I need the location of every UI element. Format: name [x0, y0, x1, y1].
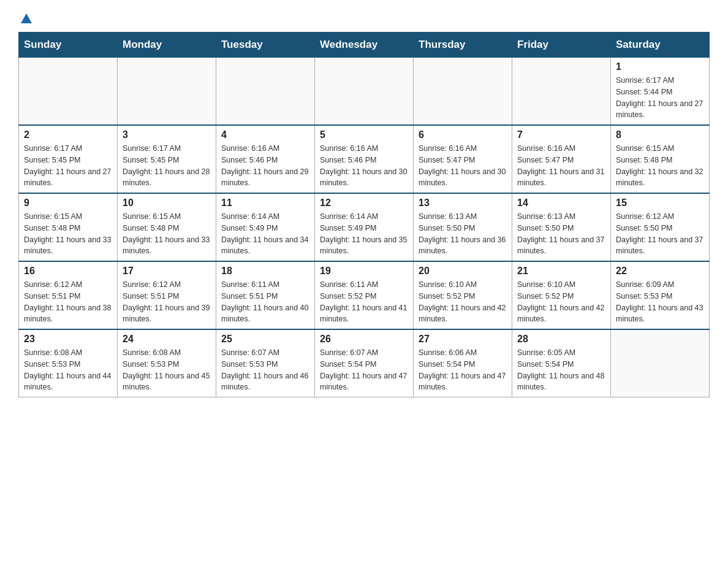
day-number: 18: [221, 266, 309, 277]
day-number: 4: [221, 129, 309, 140]
day-number: 9: [24, 197, 112, 209]
day-number: 6: [419, 129, 507, 140]
day-info: Sunrise: 6:07 AMSunset: 5:53 PMDaylight:…: [221, 347, 309, 393]
day-header-friday: Friday: [512, 33, 611, 58]
day-number: 28: [517, 334, 605, 345]
calendar-day: 8Sunrise: 6:15 AMSunset: 5:48 PMDaylight…: [611, 125, 710, 193]
day-info: Sunrise: 6:16 AMSunset: 5:46 PMDaylight:…: [320, 143, 408, 189]
calendar-day: [315, 58, 414, 126]
day-number: 17: [123, 266, 211, 277]
day-info: Sunrise: 6:08 AMSunset: 5:53 PMDaylight:…: [123, 347, 211, 393]
day-header-saturday: Saturday: [611, 33, 710, 58]
calendar-day: 17Sunrise: 6:12 AMSunset: 5:51 PMDayligh…: [118, 261, 216, 329]
calendar-day: [216, 58, 315, 126]
calendar-day: 26Sunrise: 6:07 AMSunset: 5:54 PMDayligh…: [315, 329, 414, 397]
day-header-thursday: Thursday: [414, 33, 512, 58]
day-info: Sunrise: 6:05 AMSunset: 5:54 PMDaylight:…: [517, 347, 605, 393]
calendar-day: 23Sunrise: 6:08 AMSunset: 5:53 PMDayligh…: [19, 329, 118, 397]
day-number: 2: [24, 129, 112, 140]
day-info: Sunrise: 6:16 AMSunset: 5:47 PMDaylight:…: [517, 143, 605, 189]
day-number: 21: [517, 266, 605, 277]
calendar-day: [611, 329, 710, 397]
day-number: 19: [320, 266, 408, 277]
day-info: Sunrise: 6:13 AMSunset: 5:50 PMDaylight:…: [517, 211, 605, 257]
day-number: 25: [221, 334, 309, 345]
calendar-day: 9Sunrise: 6:15 AMSunset: 5:48 PMDaylight…: [19, 193, 118, 261]
day-number: 14: [517, 197, 605, 209]
calendar-day: 7Sunrise: 6:16 AMSunset: 5:47 PMDaylight…: [512, 125, 611, 193]
day-info: Sunrise: 6:12 AMSunset: 5:50 PMDaylight:…: [616, 211, 704, 257]
week-row-2: 2Sunrise: 6:17 AMSunset: 5:45 PMDaylight…: [19, 125, 710, 193]
day-info: Sunrise: 6:12 AMSunset: 5:51 PMDaylight:…: [24, 279, 112, 325]
calendar-day: 10Sunrise: 6:15 AMSunset: 5:48 PMDayligh…: [118, 193, 216, 261]
calendar-day: 15Sunrise: 6:12 AMSunset: 5:50 PMDayligh…: [611, 193, 710, 261]
calendar-day: 12Sunrise: 6:14 AMSunset: 5:49 PMDayligh…: [315, 193, 414, 261]
day-info: Sunrise: 6:16 AMSunset: 5:46 PMDaylight:…: [221, 143, 309, 189]
calendar-day: [19, 58, 118, 126]
page-header: [18, 12, 710, 26]
day-number: 1: [616, 61, 704, 72]
calendar-day: 3Sunrise: 6:17 AMSunset: 5:45 PMDaylight…: [118, 125, 216, 193]
calendar-table: SundayMondayTuesdayWednesdayThursdayFrid…: [18, 32, 710, 397]
calendar-day: 5Sunrise: 6:16 AMSunset: 5:46 PMDaylight…: [315, 125, 414, 193]
day-info: Sunrise: 6:09 AMSunset: 5:53 PMDaylight:…: [616, 279, 704, 325]
calendar-day: 6Sunrise: 6:16 AMSunset: 5:47 PMDaylight…: [414, 125, 512, 193]
calendar-day: 21Sunrise: 6:10 AMSunset: 5:52 PMDayligh…: [512, 261, 611, 329]
day-info: Sunrise: 6:15 AMSunset: 5:48 PMDaylight:…: [616, 143, 704, 189]
day-number: 24: [123, 334, 211, 345]
day-number: 8: [616, 129, 704, 140]
day-number: 15: [616, 197, 704, 209]
calendar-day: 13Sunrise: 6:13 AMSunset: 5:50 PMDayligh…: [414, 193, 512, 261]
calendar-day: 19Sunrise: 6:11 AMSunset: 5:52 PMDayligh…: [315, 261, 414, 329]
day-headers-row: SundayMondayTuesdayWednesdayThursdayFrid…: [19, 33, 710, 58]
day-header-wednesday: Wednesday: [315, 33, 414, 58]
day-info: Sunrise: 6:17 AMSunset: 5:44 PMDaylight:…: [616, 75, 704, 121]
day-info: Sunrise: 6:06 AMSunset: 5:54 PMDaylight:…: [419, 347, 507, 393]
day-number: 26: [320, 334, 408, 345]
calendar-day: 27Sunrise: 6:06 AMSunset: 5:54 PMDayligh…: [414, 329, 512, 397]
day-number: 22: [616, 266, 704, 277]
day-number: 13: [419, 197, 507, 209]
calendar-day: 20Sunrise: 6:10 AMSunset: 5:52 PMDayligh…: [414, 261, 512, 329]
day-info: Sunrise: 6:13 AMSunset: 5:50 PMDaylight:…: [419, 211, 507, 257]
day-number: 7: [517, 129, 605, 140]
day-number: 12: [320, 197, 408, 209]
day-info: Sunrise: 6:11 AMSunset: 5:52 PMDaylight:…: [320, 279, 408, 325]
day-info: Sunrise: 6:16 AMSunset: 5:47 PMDaylight:…: [419, 143, 507, 189]
day-info: Sunrise: 6:07 AMSunset: 5:54 PMDaylight:…: [320, 347, 408, 393]
day-number: 27: [419, 334, 507, 345]
day-info: Sunrise: 6:08 AMSunset: 5:53 PMDaylight:…: [24, 347, 112, 393]
week-row-4: 16Sunrise: 6:12 AMSunset: 5:51 PMDayligh…: [19, 261, 710, 329]
day-info: Sunrise: 6:14 AMSunset: 5:49 PMDaylight:…: [221, 211, 309, 257]
calendar-day: 11Sunrise: 6:14 AMSunset: 5:49 PMDayligh…: [216, 193, 315, 261]
day-info: Sunrise: 6:17 AMSunset: 5:45 PMDaylight:…: [24, 143, 112, 189]
calendar-day: 24Sunrise: 6:08 AMSunset: 5:53 PMDayligh…: [118, 329, 216, 397]
week-row-3: 9Sunrise: 6:15 AMSunset: 5:48 PMDaylight…: [19, 193, 710, 261]
day-number: 20: [419, 266, 507, 277]
day-info: Sunrise: 6:15 AMSunset: 5:48 PMDaylight:…: [24, 211, 112, 257]
day-info: Sunrise: 6:12 AMSunset: 5:51 PMDaylight:…: [123, 279, 211, 325]
day-header-tuesday: Tuesday: [216, 33, 315, 58]
week-row-1: 1Sunrise: 6:17 AMSunset: 5:44 PMDaylight…: [19, 58, 710, 126]
day-header-monday: Monday: [118, 33, 216, 58]
day-number: 16: [24, 266, 112, 277]
svg-marker-0: [21, 13, 32, 23]
logo: [18, 12, 34, 26]
calendar-day: [512, 58, 611, 126]
calendar-day: 16Sunrise: 6:12 AMSunset: 5:51 PMDayligh…: [19, 261, 118, 329]
day-number: 5: [320, 129, 408, 140]
calendar-day: 2Sunrise: 6:17 AMSunset: 5:45 PMDaylight…: [19, 125, 118, 193]
day-number: 3: [123, 129, 211, 140]
calendar-day: 28Sunrise: 6:05 AMSunset: 5:54 PMDayligh…: [512, 329, 611, 397]
day-info: Sunrise: 6:17 AMSunset: 5:45 PMDaylight:…: [123, 143, 211, 189]
logo-triangle-icon: [20, 12, 33, 26]
calendar-day: 14Sunrise: 6:13 AMSunset: 5:50 PMDayligh…: [512, 193, 611, 261]
day-info: Sunrise: 6:10 AMSunset: 5:52 PMDaylight:…: [517, 279, 605, 325]
week-row-5: 23Sunrise: 6:08 AMSunset: 5:53 PMDayligh…: [19, 329, 710, 397]
day-header-sunday: Sunday: [19, 33, 118, 58]
calendar-day: 22Sunrise: 6:09 AMSunset: 5:53 PMDayligh…: [611, 261, 710, 329]
day-number: 11: [221, 197, 309, 209]
calendar-day: 18Sunrise: 6:11 AMSunset: 5:51 PMDayligh…: [216, 261, 315, 329]
calendar-day: 4Sunrise: 6:16 AMSunset: 5:46 PMDaylight…: [216, 125, 315, 193]
calendar-day: 25Sunrise: 6:07 AMSunset: 5:53 PMDayligh…: [216, 329, 315, 397]
